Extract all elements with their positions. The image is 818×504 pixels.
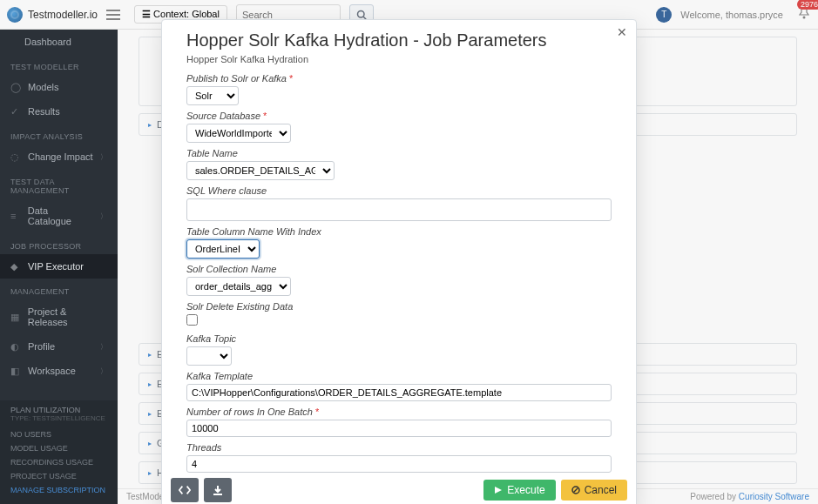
sidebar-group-mgmt: MANAGEMENT	[0, 279, 118, 299]
brand-logo-icon	[7, 7, 23, 23]
download-button[interactable]	[204, 478, 232, 502]
label-table-name: Table Name	[186, 148, 612, 158]
sidebar-group-jobproc: JOB PROCESSOR	[0, 233, 118, 254]
search-icon	[356, 10, 367, 20]
cancel-icon	[571, 486, 580, 494]
label-solr-collection: Solr Collection Name	[186, 264, 612, 274]
job-params-modal: ✕ Hopper Solr Kafka Hydration - Job Para…	[161, 19, 637, 504]
sidebar-item-change-impact[interactable]: ◌Change Impact〉	[0, 144, 118, 169]
close-button[interactable]: ✕	[617, 25, 627, 39]
label-threads: Threads	[186, 442, 612, 453]
label-source-db: Source Database *	[186, 111, 612, 121]
avatar[interactable]: T	[656, 7, 672, 23]
sidebar-item-results[interactable]: ✓Results	[0, 99, 118, 124]
table-name-select[interactable]: sales.ORDER_DETAILS_AGGREGATE	[186, 161, 335, 180]
modal-footer: Execute Cancel	[162, 473, 636, 502]
source-db-select[interactable]: WideWorldImportersDev	[186, 124, 291, 143]
sidebar-group-impact: IMPACT ANALYSIS	[0, 124, 118, 144]
curiosity-link[interactable]: Curiosity Software	[739, 492, 809, 501]
label-kafka-template: Kafka Template	[186, 371, 612, 381]
util-row[interactable]: RECORDINGS USAGE	[10, 455, 107, 469]
col-index-select[interactable]: OrderLineID	[186, 239, 260, 259]
modal-subtitle: Hopper Solr Kafka Hydration	[186, 54, 612, 64]
play-icon	[494, 486, 503, 494]
sidebar: Dashboard TEST MODELLER ◯Models ✓Results…	[0, 30, 118, 504]
label-solr-delete: Solr Delete Existing Data	[186, 301, 612, 312]
execute-button[interactable]: Execute	[483, 480, 555, 501]
label-kafka-topic: Kafka Topic	[186, 333, 612, 344]
manage-subscription-link[interactable]: MANAGE SUBSCRIPTION	[10, 483, 107, 497]
brand-text: Testmodeller.io	[28, 9, 98, 21]
footer-powered: Powered by Curiosity Software	[690, 492, 809, 501]
label-batch-rows: Number of rows In One Batch *	[186, 407, 612, 417]
publish-select[interactable]: Solr	[186, 86, 239, 105]
kafka-template-input[interactable]	[186, 384, 612, 401]
notifications[interactable]: 2976	[797, 6, 811, 23]
code-icon	[179, 485, 191, 495]
download-icon	[213, 485, 223, 495]
threads-input[interactable]	[186, 455, 612, 473]
svg-point-0	[357, 10, 364, 17]
sidebar-item-profile[interactable]: ◐Profile〉	[0, 334, 118, 359]
code-button[interactable]	[171, 478, 199, 502]
util-row[interactable]: MODEL USAGE	[10, 441, 107, 455]
notif-badge: 2976	[797, 0, 818, 10]
svg-point-2	[803, 17, 806, 19]
sidebar-utilization: PLAN UTILIZATION TYPE: TESTSINTELLIGENCE…	[0, 400, 118, 504]
modal-title: Hopper Solr Kafka Hydration - Job Parame…	[186, 30, 612, 50]
sidebar-item-vip-executor[interactable]: ◆VIP Executor	[0, 254, 118, 279]
welcome-text: Welcome, thomas.pryce	[680, 10, 783, 20]
sidebar-item-data-catalogue[interactable]: ≡Data Catalogue〉	[0, 198, 118, 233]
solr-collection-select[interactable]: order_details_aggregate	[186, 277, 291, 296]
sidebar-item-dashboard[interactable]: Dashboard	[0, 30, 118, 54]
menu-icon[interactable]	[106, 5, 125, 24]
sidebar-group-tdm: TEST DATA MANAGEMENT	[0, 169, 118, 198]
solr-delete-checkbox[interactable]	[186, 314, 198, 326]
label-publish: Publish to Solr or Kafka *	[186, 73, 612, 84]
label-col-index: Table Column Name With Index	[186, 226, 612, 237]
sidebar-item-models[interactable]: ◯Models	[0, 75, 118, 99]
label-sql-where: SQL Where clause	[186, 185, 612, 196]
sql-where-input[interactable]	[186, 198, 612, 221]
batch-rows-input[interactable]	[186, 420, 612, 437]
cancel-button[interactable]: Cancel	[561, 480, 627, 501]
util-row[interactable]: NO USERS	[10, 427, 107, 441]
sidebar-item-project-releases[interactable]: ▦Project & Releases	[0, 299, 118, 334]
brand: Testmodeller.io	[7, 7, 98, 23]
sidebar-item-workspace[interactable]: ◧Workspace〉	[0, 359, 118, 383]
svg-line-4	[573, 488, 578, 493]
sidebar-group-testmodeller: TEST MODELLER	[0, 54, 118, 75]
util-row[interactable]: PROJECT USAGE	[10, 469, 107, 483]
kafka-topic-select[interactable]	[186, 346, 232, 366]
